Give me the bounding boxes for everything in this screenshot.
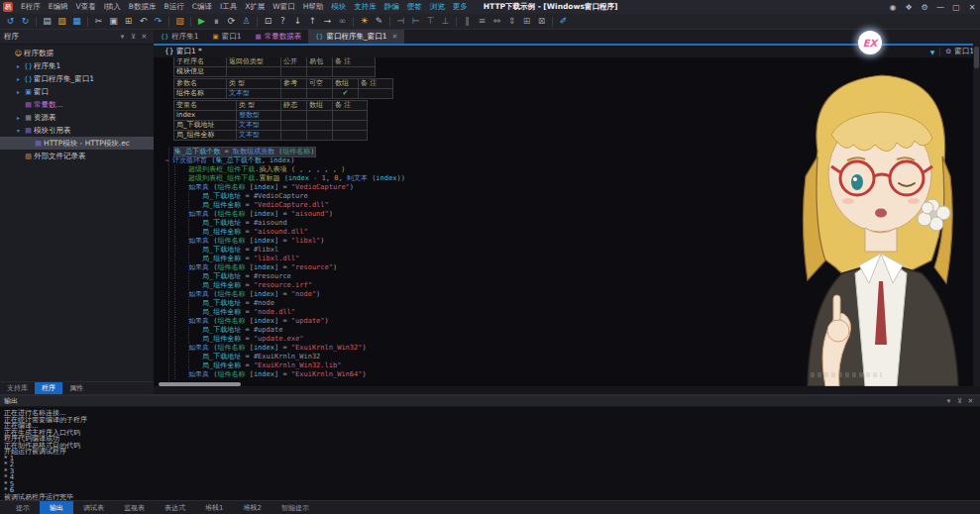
bottom-tab-监视表[interactable]: 监视表 [114, 501, 155, 514]
toolbar-note-icon[interactable]: ✎ [372, 14, 386, 29]
bottom-tab-堆栈2[interactable]: 堆栈2 [233, 501, 271, 514]
code-line[interactable]: 如果真 (组件名称 [index] = "resource") [174, 263, 405, 272]
code-line[interactable]: 局_下载地址 = #aisound [174, 219, 405, 228]
tab-close-icon[interactable]: ✕ [391, 33, 397, 41]
menu-item[interactable]: B运行 [161, 2, 188, 12]
code-line[interactable]: →计次循环首 (集_总下载个数, index) [174, 156, 405, 165]
toolbar-step-over-icon[interactable]: → [320, 14, 335, 29]
plugin-menu-item[interactable]: 便签 [403, 2, 426, 12]
code-line[interactable]: 如果真 (组件名称 [index] = "ExuiKrnln_Win64") [174, 370, 405, 379]
ex-plugin-badge[interactable]: EX [858, 31, 882, 54]
pin-icon[interactable]: ⊻ [128, 33, 139, 41]
toolbar-same-width-icon[interactable]: ⇔ [490, 14, 504, 29]
toolbar-align-right-icon[interactable]: ⊢ [408, 14, 423, 29]
menu-item[interactable]: W窗口 [269, 2, 298, 12]
bottom-tab-堆栈1[interactable]: 堆栈1 [195, 501, 233, 514]
code-line[interactable]: 如果真 (组件名称 [index] = "aisound") [174, 210, 405, 219]
toolbar-restart-icon[interactable]: ⟳ [224, 14, 239, 29]
plugin-menu-item[interactable]: 浏览 [426, 2, 449, 12]
table-cell[interactable] [332, 130, 368, 141]
menu-item[interactable]: E程序 [17, 2, 45, 12]
code-line[interactable]: 如果真 (组件名称 [index] = "ExuiKrnln_Win32") [174, 344, 405, 353]
tree-item[interactable]: ▤常量数... [0, 98, 154, 111]
toolbar-grid-icon[interactable]: ⊠ [534, 14, 549, 29]
code-line[interactable]: 局_组件全称 = "aisound.dll" [174, 228, 405, 237]
menu-item[interactable]: B数据库 [125, 2, 161, 12]
table-cell[interactable]: 组件名称 [173, 88, 227, 99]
bottom-tab-智能提示[interactable]: 智能提示 [272, 501, 319, 514]
menu-item[interactable]: I工具 [216, 2, 241, 12]
doc-tab[interactable]: {}程序集1 [154, 30, 206, 44]
vertical-scrollbar[interactable] [973, 44, 980, 386]
plugin-menu-item[interactable]: 模块 [327, 2, 350, 12]
horizontal-scrollbar[interactable] [159, 382, 241, 386]
tree-expand-icon[interactable]: ▸ [14, 75, 23, 82]
code-line[interactable]: 局_下载地址 = #ExuiKrnln_Win32 [174, 353, 405, 361]
toolbar-new-file-icon[interactable]: ▤ [40, 14, 54, 29]
about-icon[interactable]: ◉ [885, 3, 901, 12]
code-line[interactable]: 局_下载地址 = #libxl [174, 246, 405, 255]
plugin-menu-item[interactable]: 静编 [381, 2, 403, 12]
toolbar-center-v-icon[interactable]: ≡ [475, 14, 490, 29]
code-line[interactable]: 如果真 (组件名称 [index] = "VedioCapture") [174, 183, 405, 192]
code-line[interactable]: 局_组件全称 = "VedioCapture.dll" [174, 201, 405, 210]
code-line[interactable]: 超级列表框_组件下载.插入表项 ( , , , , , ) [174, 165, 405, 174]
code-area[interactable]: 集_总下载个数 = 取数组成员数 (组件名称)→计次循环首 (集_总下载个数, … [174, 148, 405, 379]
class-selector[interactable]: {} 窗口1 * [164, 47, 202, 56]
table-cell[interactable]: ✔ [332, 88, 359, 99]
tree-item[interactable]: ▸{}窗口程序集_窗口1 [0, 72, 154, 85]
table-cell[interactable]: 局_组件全称 [173, 130, 237, 141]
tree-expand-icon[interactable]: ▸ [14, 62, 23, 69]
menu-item[interactable]: C编译 [188, 2, 216, 12]
code-line[interactable]: 局_下载地址 = #VedioCapture [174, 192, 405, 201]
tree-expand-icon[interactable]: ▸ [14, 88, 23, 95]
tree-expand-icon[interactable]: ▸ [14, 114, 23, 121]
code-line[interactable]: 局_组件全称 = "node.dll" [174, 308, 405, 317]
toolbar-step-out-icon[interactable]: ↑ [305, 14, 320, 29]
bottom-tab-输出[interactable]: 输出 [40, 501, 73, 514]
toolbar-copy-icon[interactable]: ▣ [106, 14, 121, 29]
toolbar-pause-icon[interactable]: ∎ [209, 14, 224, 29]
bottom-tab-调试表[interactable]: 调试表 [73, 501, 114, 514]
skin-icon[interactable]: ❖ [901, 3, 917, 12]
class-dropdown-icon[interactable]: ▼ [930, 49, 935, 55]
code-line[interactable]: 集_总下载个数 = 取数组成员数 (组件名称) [174, 148, 405, 156]
toolbar-link-icon[interactable]: ∞ [335, 14, 350, 29]
code-editor[interactable]: 子程序名返回值类型公开易包备 注模块信息参数名类 型参考可空数组备 注组件名称文… [154, 57, 973, 386]
toolbar-tip-bulb-icon[interactable]: ☀ [357, 14, 372, 29]
toolbar-nav-back-icon[interactable]: ↺ [3, 14, 18, 29]
toolbar-same-height-icon[interactable]: ⇕ [504, 14, 519, 29]
table-cell[interactable] [306, 88, 333, 99]
table-cell[interactable] [306, 130, 333, 141]
code-line[interactable]: 局_组件全称 = "ExuiKrnln_Win32.lib" [174, 361, 405, 370]
table-cell[interactable]: 文本型 [226, 88, 281, 99]
member-selector[interactable]: 窗口1 [954, 47, 974, 56]
toolbar-save-icon[interactable]: ▦ [69, 14, 84, 29]
toolbar-undo-icon[interactable]: ↶ [136, 14, 151, 29]
code-line[interactable]: 局_组件全称 = "libxl.dll" [174, 255, 405, 263]
toolbar-align-top-icon[interactable]: ⊤ [423, 14, 438, 29]
toolbar-step-into-icon[interactable]: ↓ [290, 14, 305, 29]
table-cell[interactable]: 模块信息 [173, 66, 227, 77]
pin-icon[interactable]: ⊻ [954, 397, 965, 405]
tree-item[interactable]: ▸▦资源表 [0, 111, 154, 124]
code-line[interactable]: 局_下载地址 = #update [174, 326, 405, 335]
bottom-tab-表达式[interactable]: 表达式 [155, 501, 195, 514]
table-cell[interactable] [358, 88, 393, 99]
menu-item[interactable]: V查看 [72, 2, 100, 12]
restore-icon[interactable]: ▢ [948, 3, 964, 12]
menu-item[interactable]: X扩展 [241, 2, 269, 12]
close-icon[interactable]: ✕ [965, 397, 976, 405]
tree-expand-icon[interactable]: ▾ [14, 127, 23, 134]
table-cell[interactable] [280, 66, 307, 77]
minimize-icon[interactable]: — [932, 3, 948, 12]
toolbar-same-size-icon[interactable]: ⊞ [519, 14, 534, 29]
tree-item[interactable]: ☺程序数据 [0, 47, 154, 59]
plugin-menu-item[interactable]: 支持库 [350, 2, 381, 12]
scrollbar-thumb[interactable] [974, 47, 979, 68]
toolbar-format-brush-icon[interactable]: ✐ [556, 14, 571, 29]
table-cell[interactable] [226, 66, 281, 77]
code-line[interactable]: 如果真 (组件名称 [index] = "libxl") [174, 237, 405, 246]
code-line[interactable]: 局_下载地址 = #resource [174, 272, 405, 281]
toolbar-help-find-icon[interactable]: ? [275, 14, 290, 29]
